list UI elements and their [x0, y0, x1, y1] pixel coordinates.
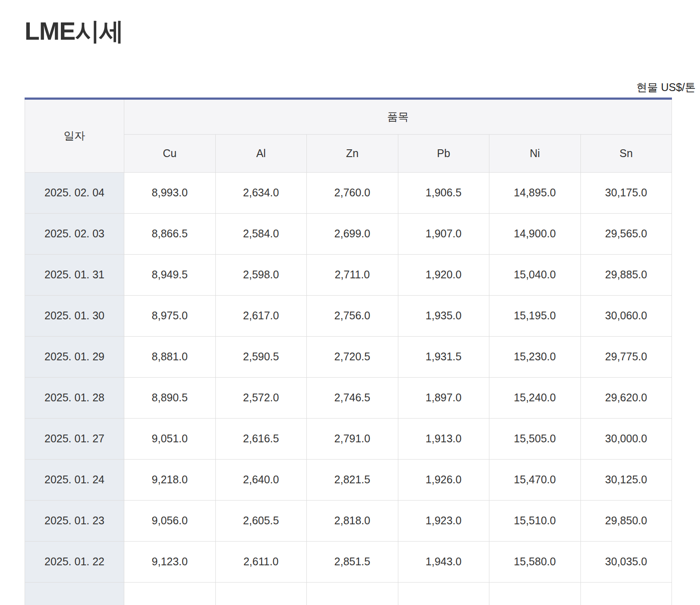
lme-price-table: 일자 품목 Cu Al Zn Pb Ni Sn 2025. 02. 048,99… [25, 98, 672, 605]
price-cell: 2,590.5 [215, 336, 307, 377]
table-row: 2025. 01. 229,123.02,611.02,851.51,943.0… [25, 541, 672, 582]
date-cell [25, 582, 124, 605]
price-cell: 1,897.0 [398, 377, 489, 418]
price-cell: 2,711.0 [307, 254, 398, 295]
price-cell: 2,598.0 [215, 254, 307, 295]
price-cell: 14,895.0 [489, 172, 581, 213]
date-cell: 2025. 01. 30 [25, 295, 124, 336]
price-cell: 2,572.0 [215, 377, 307, 418]
date-cell: 2025. 02. 04 [25, 172, 124, 213]
price-cell [215, 582, 307, 605]
price-cell [307, 582, 398, 605]
price-cell: 30,175.0 [580, 172, 672, 213]
price-cell: 15,505.0 [489, 418, 581, 459]
table-row: 2025. 01. 298,881.02,590.52,720.51,931.5… [25, 336, 672, 377]
table-row: 2025. 01. 288,890.52,572.02,746.51,897.0… [25, 377, 672, 418]
column-header-ni: Ni [489, 134, 581, 172]
price-cell: 30,035.0 [580, 541, 672, 582]
price-cell: 8,949.5 [124, 254, 216, 295]
price-cell: 30,060.0 [580, 295, 672, 336]
price-cell: 15,040.0 [489, 254, 581, 295]
price-cell: 1,931.5 [398, 336, 489, 377]
table-row: 2025. 01. 318,949.52,598.02,711.01,920.0… [25, 254, 672, 295]
price-cell: 1,907.0 [398, 213, 489, 254]
price-cell: 2,617.0 [215, 295, 307, 336]
table-row: 2025. 01. 279,051.02,616.52,791.01,913.0… [25, 418, 672, 459]
price-cell: 2,699.0 [307, 213, 398, 254]
date-cell: 2025. 01. 29 [25, 336, 124, 377]
date-cell: 2025. 02. 03 [25, 213, 124, 254]
price-cell: 2,720.5 [307, 336, 398, 377]
table-row: 2025. 01. 249,218.02,640.02,821.51,926.0… [25, 459, 672, 500]
page-title: LME시세 [25, 17, 696, 46]
price-cell: 29,620.0 [580, 377, 672, 418]
table-row: 2025. 02. 048,993.02,634.02,760.01,906.5… [25, 172, 672, 213]
page-container: LME시세 현물 US$/톤 일자 품목 Cu Al Zn Pb Ni Sn 2… [25, 17, 696, 605]
price-cell: 1,923.0 [398, 500, 489, 541]
price-cell: 2,746.5 [307, 377, 398, 418]
price-cell: 2,605.5 [215, 500, 307, 541]
unit-label: 현물 US$/톤 [25, 82, 696, 93]
price-cell: 9,056.0 [124, 500, 216, 541]
table-header: 일자 품목 Cu Al Zn Pb Ni Sn [25, 98, 672, 172]
price-cell: 2,791.0 [307, 418, 398, 459]
price-cell: 29,850.0 [580, 500, 672, 541]
column-header-al: Al [215, 134, 307, 172]
price-cell: 8,890.5 [124, 377, 216, 418]
price-cell: 15,580.0 [489, 541, 581, 582]
price-cell: 15,230.0 [489, 336, 581, 377]
price-cell: 15,195.0 [489, 295, 581, 336]
price-cell [398, 582, 489, 605]
price-cell: 2,640.0 [215, 459, 307, 500]
price-cell: 1,926.0 [398, 459, 489, 500]
price-cell: 2,634.0 [215, 172, 307, 213]
price-cell: 1,913.0 [398, 418, 489, 459]
price-cell: 29,885.0 [580, 254, 672, 295]
price-cell: 14,900.0 [489, 213, 581, 254]
price-cell: 15,470.0 [489, 459, 581, 500]
price-cell: 8,975.0 [124, 295, 216, 336]
column-header-cu: Cu [124, 134, 216, 172]
price-cell: 8,866.5 [124, 213, 216, 254]
table-body: 2025. 02. 048,993.02,634.02,760.01,906.5… [25, 172, 672, 605]
price-cell: 2,821.5 [307, 459, 398, 500]
price-cell: 2,851.5 [307, 541, 398, 582]
date-cell: 2025. 01. 24 [25, 459, 124, 500]
price-cell: 9,051.0 [124, 418, 216, 459]
price-cell: 2,760.0 [307, 172, 398, 213]
table-row-partial [25, 582, 672, 605]
table-row: 2025. 01. 239,056.02,605.52,818.01,923.0… [25, 500, 672, 541]
price-cell: 1,935.0 [398, 295, 489, 336]
column-header-zn: Zn [307, 134, 398, 172]
item-group-header: 품목 [124, 98, 672, 134]
date-cell: 2025. 01. 22 [25, 541, 124, 582]
price-cell: 2,616.5 [215, 418, 307, 459]
price-cell: 9,123.0 [124, 541, 216, 582]
price-cell: 30,000.0 [580, 418, 672, 459]
price-cell: 29,775.0 [580, 336, 672, 377]
price-cell: 8,993.0 [124, 172, 216, 213]
price-cell: 2,756.0 [307, 295, 398, 336]
price-cell: 29,565.0 [580, 213, 672, 254]
price-cell: 2,611.0 [215, 541, 307, 582]
price-cell: 2,584.0 [215, 213, 307, 254]
price-cell [489, 582, 581, 605]
date-column-header: 일자 [25, 98, 124, 172]
date-cell: 2025. 01. 23 [25, 500, 124, 541]
price-cell: 15,240.0 [489, 377, 581, 418]
price-cell: 15,510.0 [489, 500, 581, 541]
price-cell [580, 582, 672, 605]
price-cell: 9,218.0 [124, 459, 216, 500]
price-cell: 1,920.0 [398, 254, 489, 295]
price-cell [124, 582, 216, 605]
table-row: 2025. 02. 038,866.52,584.02,699.01,907.0… [25, 213, 672, 254]
date-cell: 2025. 01. 28 [25, 377, 124, 418]
date-cell: 2025. 01. 31 [25, 254, 124, 295]
price-cell: 1,943.0 [398, 541, 489, 582]
price-cell: 30,125.0 [580, 459, 672, 500]
column-header-pb: Pb [398, 134, 489, 172]
date-cell: 2025. 01. 27 [25, 418, 124, 459]
table-row: 2025. 01. 308,975.02,617.02,756.01,935.0… [25, 295, 672, 336]
price-cell: 8,881.0 [124, 336, 216, 377]
price-cell: 1,906.5 [398, 172, 489, 213]
